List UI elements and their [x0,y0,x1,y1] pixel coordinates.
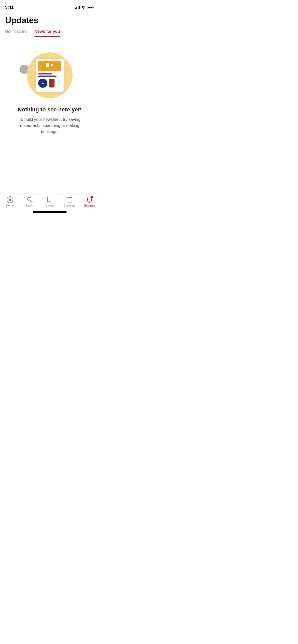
tab-bar-bookings-label: Bookings [64,204,75,207]
status-bar: 9:41 [0,0,99,11]
menu-line-1 [38,73,52,75]
fork-icon [46,63,49,69]
svg-line-5 [31,201,33,202]
page-title: Updates [5,15,94,25]
battery-icon [87,6,94,9]
tab-bar-saved-label: Saved [46,204,53,207]
tab-notifications[interactable]: Notifications [5,29,27,37]
svg-rect-6 [67,198,72,202]
tab-bar-search[interactable]: Search [20,196,40,207]
illustration-circle: ✦ [27,52,73,98]
tab-news-for-you[interactable]: News for you [34,29,60,37]
menu-card-header [38,61,61,71]
menu-line-2 [38,76,57,77]
drink-cup [49,79,55,87]
saved-icon [46,196,53,203]
bookings-icon [66,196,73,203]
empty-state-description: To build your newsfeed, try saving resta… [14,116,85,135]
tab-bar-saved[interactable]: Saved [40,196,60,207]
search-icon [26,196,33,203]
status-icons [75,6,94,9]
tab-bar-home[interactable]: Home [0,196,20,207]
notification-dot [91,196,93,198]
knife-icon [51,63,53,69]
wifi-icon [81,6,85,9]
tab-bar-search-label: Search [25,204,34,207]
star-badge-icon: ✦ [41,81,45,86]
content-area: Updates Notifications News for you ✦ [0,11,99,194]
page-header: Updates [0,11,99,25]
svg-rect-3 [47,67,47,69]
menu-lines [38,73,61,77]
star-badge: ✦ [38,79,47,88]
status-time: 9:41 [5,5,13,10]
signal-icon [75,6,80,9]
svg-rect-0 [46,63,47,67]
illustration-wrapper: ✦ [27,52,73,98]
svg-rect-2 [48,63,49,67]
home-indicator [33,211,67,213]
menu-card-illustration: ✦ [36,59,64,92]
home-icon [7,196,13,203]
menu-card-bottom: ✦ [38,79,61,88]
empty-state-container: ✦ [0,37,99,145]
tab-bar-bookings[interactable]: Bookings [60,196,79,207]
tab-bar-updates-label: Updates [84,204,95,207]
tab-bar-home-label: Home [6,204,13,207]
tab-bar-updates[interactable]: Updates [79,196,99,207]
tabs-container: Notifications News for you [0,25,99,37]
empty-state-title: Nothing to see here yet! [18,106,82,113]
svg-rect-1 [47,63,48,67]
updates-icon [86,196,93,203]
